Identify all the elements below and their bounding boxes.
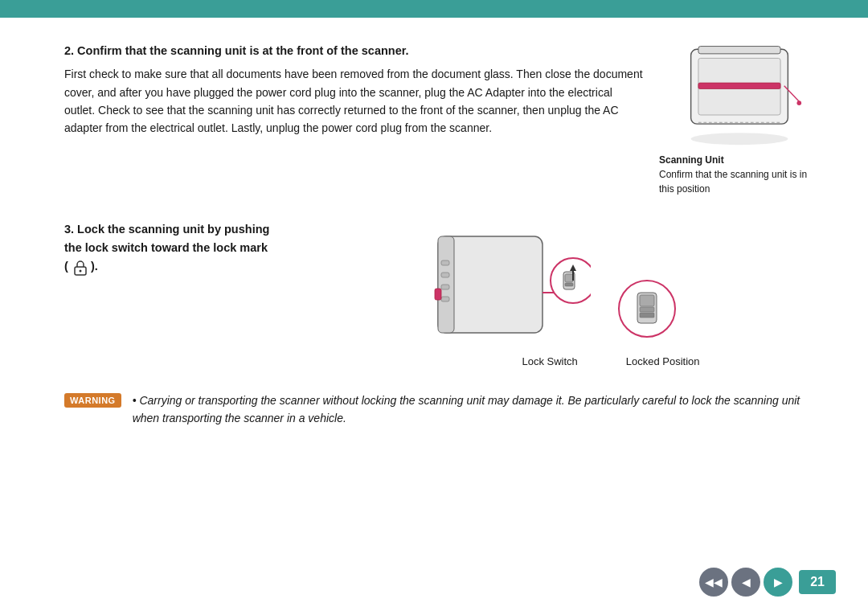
step3-diagram [430, 220, 679, 349]
svg-rect-20 [565, 274, 573, 282]
step2-text-block: 2. Confirm that the scanning unit is at … [64, 42, 643, 196]
scanner-unit-label: Scanning Unit Confirm that the scanning … [659, 153, 820, 196]
next-icon: ▶ [774, 576, 783, 588]
top-bar [0, 0, 868, 18]
prev-fast-icon: ◀◀ [705, 576, 723, 588]
warning-text: • Carrying or transporting the scanner w… [133, 392, 820, 428]
svg-rect-27 [640, 307, 654, 312]
step2-body: First check to make sure that all docume… [64, 68, 643, 134]
page-number: 21 [799, 570, 836, 594]
prev-fast-button[interactable]: ◀◀ [699, 568, 728, 597]
warning-badge: WARNING [64, 393, 121, 408]
svg-rect-15 [441, 297, 449, 301]
scanner-illustration [671, 42, 808, 146]
prev-button[interactable]: ◀ [731, 568, 760, 597]
svg-rect-16 [435, 289, 441, 300]
lock-switch-label: Lock Switch [522, 355, 577, 367]
step2-image-block: Scanning Unit Confirm that the scanning … [659, 42, 820, 196]
svg-rect-1 [698, 47, 780, 54]
step3-images-block: Lock Switch Locked Position [289, 220, 820, 367]
step3-heading: 3. Lock the scanning unit by pushing the… [64, 220, 273, 277]
svg-point-7 [691, 133, 788, 145]
svg-rect-3 [698, 83, 780, 88]
prev-icon: ◀ [742, 576, 751, 588]
bottom-navigation: ◀◀ ◀ ▶ 21 [699, 568, 836, 597]
scanner-side-illustration [430, 220, 591, 349]
svg-rect-26 [640, 295, 654, 306]
step3-caption-row: Lock Switch Locked Position [409, 355, 699, 367]
step3-text-block: 3. Lock the scanning unit by pushing the… [64, 220, 273, 277]
scanner-unit-title: Scanning Unit [659, 154, 724, 166]
scanner-unit-body: Confirm that the scanning unit is in thi… [659, 169, 807, 195]
step2-heading: 2. Confirm that the scanning unit is at … [64, 42, 643, 60]
step2-section: 2. Confirm that the scanning unit is at … [64, 42, 820, 196]
svg-rect-28 [640, 313, 654, 318]
svg-rect-13 [441, 273, 449, 277]
warning-section: WARNING • Carrying or transporting the s… [64, 392, 820, 428]
svg-rect-12 [441, 260, 449, 265]
lock-icon [73, 260, 88, 276]
svg-rect-21 [565, 283, 573, 286]
svg-point-9 [79, 269, 81, 272]
svg-point-5 [797, 100, 802, 105]
next-button[interactable]: ▶ [764, 568, 792, 597]
locked-position-label: Locked Position [626, 355, 700, 367]
step3-section: 3. Lock the scanning unit by pushing the… [64, 220, 820, 367]
locked-position-illustration [615, 269, 679, 349]
svg-rect-14 [441, 285, 449, 289]
